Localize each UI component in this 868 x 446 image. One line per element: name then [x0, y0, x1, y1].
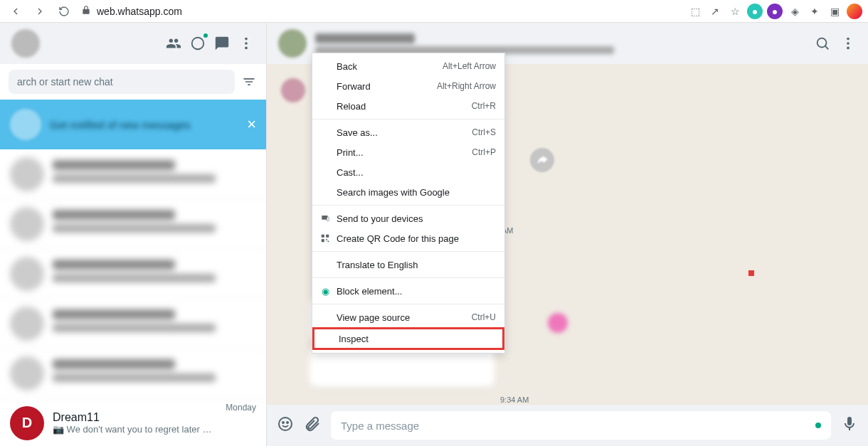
ctx-forward[interactable]: ForwardAlt+Right Arrow: [312, 76, 504, 96]
ctx-reload[interactable]: ReloadCtrl+R: [312, 96, 504, 116]
ctx-separator: [312, 251, 504, 252]
message-composer: Type a message: [267, 405, 868, 446]
message-avatar: [548, 313, 568, 333]
svg-rect-15: [322, 239, 324, 242]
emoji-icon[interactable]: [277, 415, 294, 435]
composer-placeholder: Type a message: [341, 420, 419, 432]
chat-sidebar: arch or start new chat Get notified of n…: [0, 23, 267, 446]
svg-point-10: [287, 422, 288, 423]
svg-point-3: [245, 47, 248, 50]
ctx-separator: [312, 304, 504, 304]
ctx-cast[interactable]: Cast...: [312, 162, 504, 182]
search-icon[interactable]: [814, 35, 831, 52]
svg-rect-17: [328, 241, 329, 243]
user-avatar[interactable]: [11, 29, 40, 58]
ctx-qr[interactable]: Create QR Code for this page: [312, 228, 504, 248]
banner-text: Get notified of new messages: [50, 119, 238, 131]
message-input[interactable]: Type a message: [331, 411, 831, 440]
chat-preview: 📷 We don't want you to regret later 🧍👎 J…: [53, 424, 217, 435]
message-timestamp: 9:34 AM: [500, 395, 529, 404]
svg-point-0: [192, 38, 204, 50]
status-icon[interactable]: [189, 35, 206, 52]
svg-point-8: [279, 418, 292, 430]
chat-item[interactable]: [0, 199, 266, 249]
ctx-separator: [312, 119, 504, 120]
nav-forward-button[interactable]: [30, 1, 50, 21]
chat-menu-icon[interactable]: [840, 35, 857, 52]
ctx-inspect-highlight: Inspect: [312, 327, 504, 350]
new-chat-icon[interactable]: [213, 35, 231, 52]
close-icon[interactable]: ×: [247, 115, 256, 134]
ctx-send-devices[interactable]: Send to your devices: [312, 208, 504, 228]
share-icon[interactable]: ↗: [707, 4, 723, 19]
chat-name: Dream11: [53, 411, 217, 424]
svg-rect-16: [326, 239, 327, 240]
extension-c-icon[interactable]: ●: [747, 4, 763, 19]
ctx-separator: [312, 277, 504, 278]
search-input[interactable]: arch or start new chat: [9, 70, 235, 94]
nav-back-button[interactable]: [6, 1, 26, 21]
svg-point-7: [847, 47, 850, 50]
chat-header-avatar: [278, 29, 307, 58]
extension-p-icon[interactable]: ●: [767, 4, 783, 19]
shield-icon[interactable]: ◈: [787, 4, 803, 19]
chat-item[interactable]: [0, 299, 266, 349]
chat-item-dream11[interactable]: D Dream11 📷 We don't want you to regret …: [0, 398, 266, 446]
chat-list: D Dream11 📷 We don't want you to regret …: [0, 149, 266, 446]
message-avatar: [281, 78, 305, 102]
ctx-back[interactable]: BackAlt+Left Arrow: [312, 56, 504, 76]
svg-rect-13: [322, 235, 324, 238]
mic-icon[interactable]: [841, 415, 858, 435]
notification-banner[interactable]: Get notified of new messages ×: [0, 100, 266, 149]
lock-icon: [81, 5, 91, 18]
svg-point-9: [282, 422, 284, 423]
ublock-icon: ◉: [319, 285, 331, 297]
ctx-search-images[interactable]: Search images with Google: [312, 182, 504, 202]
search-placeholder: arch or start new chat: [17, 76, 113, 87]
bell-icon: [10, 109, 41, 140]
install-icon[interactable]: ⬚: [687, 4, 703, 19]
input-indicator: [815, 423, 821, 428]
qr-icon: [319, 233, 331, 244]
chat-item[interactable]: [0, 249, 266, 299]
menu-icon[interactable]: [238, 35, 255, 52]
extensions-puzzle-icon[interactable]: ✦: [807, 4, 822, 19]
ctx-print[interactable]: Print...Ctrl+P: [312, 142, 504, 162]
svg-rect-12: [327, 217, 329, 221]
ctx-separator: [312, 205, 504, 206]
svg-point-4: [817, 38, 827, 48]
svg-point-2: [245, 42, 248, 45]
window-icon[interactable]: ▣: [827, 4, 842, 19]
communities-icon[interactable]: [165, 35, 182, 52]
chat-time: Monday: [226, 403, 256, 413]
search-row: arch or start new chat: [0, 64, 266, 100]
ctx-inspect[interactable]: Inspect: [314, 329, 502, 348]
url-text: web.whatsapp.com: [97, 6, 182, 17]
ctx-translate[interactable]: Translate to English: [312, 255, 504, 275]
svg-point-1: [245, 38, 248, 41]
sidebar-header: [0, 23, 266, 64]
chat-item[interactable]: [0, 349, 266, 398]
browser-toolbar: web.whatsapp.com ⬚ ↗ ☆ ● ● ◈ ✦ ▣: [0, 0, 868, 23]
svg-point-6: [847, 42, 850, 45]
nav-reload-button[interactable]: [54, 1, 74, 21]
ctx-view-source[interactable]: View page sourceCtrl+U: [312, 307, 504, 327]
ctx-block[interactable]: ◉Block element...: [312, 281, 504, 301]
chat-avatar: D: [10, 406, 44, 440]
forward-icon[interactable]: [530, 148, 554, 172]
attach-icon[interactable]: [304, 415, 321, 435]
context-menu: BackAlt+Left Arrow ForwardAlt+Right Arro…: [312, 53, 505, 354]
ctx-saveas[interactable]: Save as...Ctrl+S: [312, 122, 504, 142]
profile-avatar-icon[interactable]: [847, 4, 862, 19]
chat-item[interactable]: [0, 149, 266, 199]
filter-icon[interactable]: [240, 73, 258, 90]
devices-icon: [319, 213, 331, 224]
address-bar[interactable]: web.whatsapp.com: [81, 5, 182, 18]
svg-rect-14: [326, 235, 329, 238]
svg-point-5: [847, 38, 850, 41]
annotation-marker: [748, 270, 754, 276]
star-icon[interactable]: ☆: [727, 4, 743, 19]
